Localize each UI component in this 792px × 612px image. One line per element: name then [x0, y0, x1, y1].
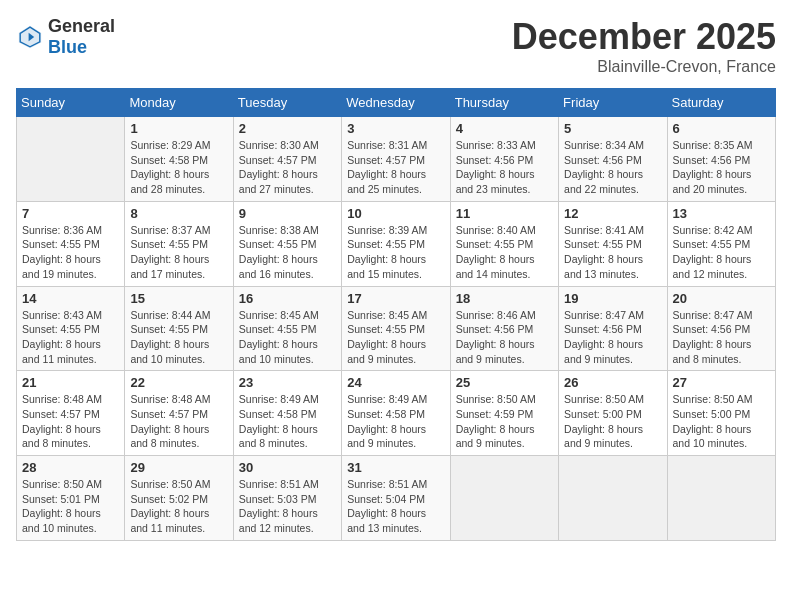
calendar-day-cell: 10 Sunrise: 8:39 AMSunset: 4:55 PMDaylig…	[342, 201, 450, 286]
day-number: 7	[22, 206, 119, 221]
day-info: Sunrise: 8:33 AMSunset: 4:56 PMDaylight:…	[456, 138, 553, 197]
day-number: 3	[347, 121, 444, 136]
day-info: Sunrise: 8:42 AMSunset: 4:55 PMDaylight:…	[673, 223, 770, 282]
day-number: 25	[456, 375, 553, 390]
day-info: Sunrise: 8:37 AMSunset: 4:55 PMDaylight:…	[130, 223, 227, 282]
day-info: Sunrise: 8:49 AMSunset: 4:58 PMDaylight:…	[239, 392, 336, 451]
day-info: Sunrise: 8:50 AMSunset: 5:00 PMDaylight:…	[564, 392, 661, 451]
day-number: 2	[239, 121, 336, 136]
header-thursday: Thursday	[450, 89, 558, 117]
day-number: 30	[239, 460, 336, 475]
day-info: Sunrise: 8:30 AMSunset: 4:57 PMDaylight:…	[239, 138, 336, 197]
calendar-day-cell: 29 Sunrise: 8:50 AMSunset: 5:02 PMDaylig…	[125, 456, 233, 541]
logo-blue: Blue	[48, 37, 87, 57]
day-number: 11	[456, 206, 553, 221]
day-number: 19	[564, 291, 661, 306]
day-number: 26	[564, 375, 661, 390]
calendar-day-cell: 28 Sunrise: 8:50 AMSunset: 5:01 PMDaylig…	[17, 456, 125, 541]
day-number: 20	[673, 291, 770, 306]
calendar-week-5: 28 Sunrise: 8:50 AMSunset: 5:01 PMDaylig…	[17, 456, 776, 541]
day-info: Sunrise: 8:39 AMSunset: 4:55 PMDaylight:…	[347, 223, 444, 282]
calendar-week-2: 7 Sunrise: 8:36 AMSunset: 4:55 PMDayligh…	[17, 201, 776, 286]
calendar-day-cell: 4 Sunrise: 8:33 AMSunset: 4:56 PMDayligh…	[450, 117, 558, 202]
month-title: December 2025	[512, 16, 776, 58]
day-info: Sunrise: 8:51 AMSunset: 5:04 PMDaylight:…	[347, 477, 444, 536]
calendar-day-cell: 12 Sunrise: 8:41 AMSunset: 4:55 PMDaylig…	[559, 201, 667, 286]
calendar-day-cell: 11 Sunrise: 8:40 AMSunset: 4:55 PMDaylig…	[450, 201, 558, 286]
calendar-day-cell: 30 Sunrise: 8:51 AMSunset: 5:03 PMDaylig…	[233, 456, 341, 541]
logo: General Blue	[16, 16, 115, 58]
day-number: 5	[564, 121, 661, 136]
calendar-header-row: Sunday Monday Tuesday Wednesday Thursday…	[17, 89, 776, 117]
calendar-day-cell: 19 Sunrise: 8:47 AMSunset: 4:56 PMDaylig…	[559, 286, 667, 371]
day-info: Sunrise: 8:35 AMSunset: 4:56 PMDaylight:…	[673, 138, 770, 197]
calendar-day-cell: 26 Sunrise: 8:50 AMSunset: 5:00 PMDaylig…	[559, 371, 667, 456]
day-info: Sunrise: 8:50 AMSunset: 5:00 PMDaylight:…	[673, 392, 770, 451]
calendar-day-cell: 27 Sunrise: 8:50 AMSunset: 5:00 PMDaylig…	[667, 371, 775, 456]
calendar-day-cell: 16 Sunrise: 8:45 AMSunset: 4:55 PMDaylig…	[233, 286, 341, 371]
day-info: Sunrise: 8:50 AMSunset: 5:01 PMDaylight:…	[22, 477, 119, 536]
day-number: 22	[130, 375, 227, 390]
day-info: Sunrise: 8:40 AMSunset: 4:55 PMDaylight:…	[456, 223, 553, 282]
header-saturday: Saturday	[667, 89, 775, 117]
day-info: Sunrise: 8:29 AMSunset: 4:58 PMDaylight:…	[130, 138, 227, 197]
calendar-day-cell	[450, 456, 558, 541]
calendar-day-cell: 24 Sunrise: 8:49 AMSunset: 4:58 PMDaylig…	[342, 371, 450, 456]
day-info: Sunrise: 8:48 AMSunset: 4:57 PMDaylight:…	[130, 392, 227, 451]
day-number: 18	[456, 291, 553, 306]
day-number: 6	[673, 121, 770, 136]
header-monday: Monday	[125, 89, 233, 117]
calendar-day-cell: 17 Sunrise: 8:45 AMSunset: 4:55 PMDaylig…	[342, 286, 450, 371]
day-number: 31	[347, 460, 444, 475]
calendar-week-3: 14 Sunrise: 8:43 AMSunset: 4:55 PMDaylig…	[17, 286, 776, 371]
calendar-day-cell: 15 Sunrise: 8:44 AMSunset: 4:55 PMDaylig…	[125, 286, 233, 371]
day-info: Sunrise: 8:45 AMSunset: 4:55 PMDaylight:…	[239, 308, 336, 367]
location-title: Blainville-Crevon, France	[512, 58, 776, 76]
calendar-table: Sunday Monday Tuesday Wednesday Thursday…	[16, 88, 776, 541]
day-number: 13	[673, 206, 770, 221]
calendar-day-cell: 7 Sunrise: 8:36 AMSunset: 4:55 PMDayligh…	[17, 201, 125, 286]
day-info: Sunrise: 8:44 AMSunset: 4:55 PMDaylight:…	[130, 308, 227, 367]
calendar-day-cell: 1 Sunrise: 8:29 AMSunset: 4:58 PMDayligh…	[125, 117, 233, 202]
calendar-day-cell: 3 Sunrise: 8:31 AMSunset: 4:57 PMDayligh…	[342, 117, 450, 202]
day-info: Sunrise: 8:43 AMSunset: 4:55 PMDaylight:…	[22, 308, 119, 367]
day-number: 24	[347, 375, 444, 390]
day-info: Sunrise: 8:41 AMSunset: 4:55 PMDaylight:…	[564, 223, 661, 282]
day-number: 10	[347, 206, 444, 221]
day-number: 9	[239, 206, 336, 221]
day-info: Sunrise: 8:49 AMSunset: 4:58 PMDaylight:…	[347, 392, 444, 451]
header-friday: Friday	[559, 89, 667, 117]
day-number: 4	[456, 121, 553, 136]
day-number: 27	[673, 375, 770, 390]
calendar-day-cell	[17, 117, 125, 202]
day-number: 28	[22, 460, 119, 475]
calendar-day-cell: 23 Sunrise: 8:49 AMSunset: 4:58 PMDaylig…	[233, 371, 341, 456]
header-wednesday: Wednesday	[342, 89, 450, 117]
day-number: 1	[130, 121, 227, 136]
day-info: Sunrise: 8:36 AMSunset: 4:55 PMDaylight:…	[22, 223, 119, 282]
calendar-day-cell: 13 Sunrise: 8:42 AMSunset: 4:55 PMDaylig…	[667, 201, 775, 286]
day-number: 17	[347, 291, 444, 306]
logo-general: General	[48, 16, 115, 36]
day-number: 8	[130, 206, 227, 221]
calendar-day-cell: 5 Sunrise: 8:34 AMSunset: 4:56 PMDayligh…	[559, 117, 667, 202]
calendar-day-cell	[667, 456, 775, 541]
day-info: Sunrise: 8:50 AMSunset: 5:02 PMDaylight:…	[130, 477, 227, 536]
calendar-week-1: 1 Sunrise: 8:29 AMSunset: 4:58 PMDayligh…	[17, 117, 776, 202]
day-number: 16	[239, 291, 336, 306]
calendar-day-cell: 8 Sunrise: 8:37 AMSunset: 4:55 PMDayligh…	[125, 201, 233, 286]
calendar-day-cell: 2 Sunrise: 8:30 AMSunset: 4:57 PMDayligh…	[233, 117, 341, 202]
day-info: Sunrise: 8:45 AMSunset: 4:55 PMDaylight:…	[347, 308, 444, 367]
calendar-day-cell: 9 Sunrise: 8:38 AMSunset: 4:55 PMDayligh…	[233, 201, 341, 286]
day-number: 21	[22, 375, 119, 390]
calendar-day-cell: 31 Sunrise: 8:51 AMSunset: 5:04 PMDaylig…	[342, 456, 450, 541]
day-info: Sunrise: 8:48 AMSunset: 4:57 PMDaylight:…	[22, 392, 119, 451]
calendar-week-4: 21 Sunrise: 8:48 AMSunset: 4:57 PMDaylig…	[17, 371, 776, 456]
day-info: Sunrise: 8:51 AMSunset: 5:03 PMDaylight:…	[239, 477, 336, 536]
logo-icon	[16, 23, 44, 51]
day-number: 12	[564, 206, 661, 221]
day-info: Sunrise: 8:46 AMSunset: 4:56 PMDaylight:…	[456, 308, 553, 367]
day-info: Sunrise: 8:38 AMSunset: 4:55 PMDaylight:…	[239, 223, 336, 282]
day-info: Sunrise: 8:50 AMSunset: 4:59 PMDaylight:…	[456, 392, 553, 451]
day-info: Sunrise: 8:47 AMSunset: 4:56 PMDaylight:…	[673, 308, 770, 367]
